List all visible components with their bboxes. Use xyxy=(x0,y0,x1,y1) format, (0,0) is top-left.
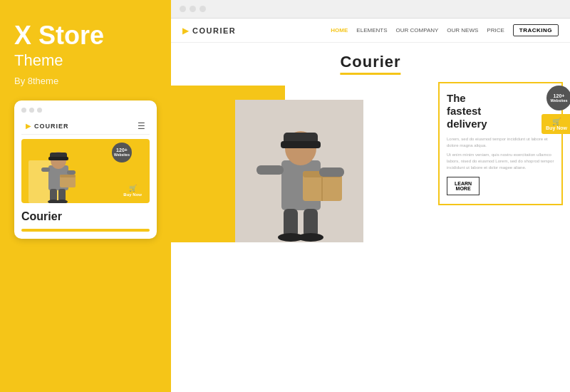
dot-2 xyxy=(29,108,34,113)
lorem-text-2: Ut enim minim veniam, quis nostru exerci… xyxy=(447,152,554,171)
mobile-footer-title: Courier xyxy=(21,207,150,226)
website-hero: Courier xyxy=(171,43,570,356)
dot-1 xyxy=(21,108,26,113)
nav-link-price[interactable]: PRICE xyxy=(487,27,504,33)
mobile-logo-area: ▶ COURIER xyxy=(26,122,69,130)
mobile-yellow-bar xyxy=(21,229,150,232)
app-by: By 8theme xyxy=(14,76,157,86)
buy-now-label: Buy Now xyxy=(123,192,142,197)
right-panel: ▶ COURIER HOME ELEMENTS OUR COMPANY OUR … xyxy=(171,0,570,392)
float-badge-120: 120+ Websites xyxy=(546,86,570,110)
float-buy-now-button[interactable]: 🛒 Buy Now xyxy=(542,114,570,134)
float-badge-label: Websites xyxy=(550,98,567,103)
courier-photo-area xyxy=(235,100,363,242)
website-logo-text: COURIER xyxy=(192,26,236,35)
mobile-nav: ▶ COURIER ☰ xyxy=(21,118,150,135)
mobile-buy-now-button[interactable]: 🛒 Buy Now xyxy=(119,182,146,200)
website-logo: ▶ COURIER xyxy=(182,26,236,36)
nav-link-elements[interactable]: ELEMENTS xyxy=(356,27,387,33)
courier-figure-svg xyxy=(34,140,81,203)
fastest-delivery-title: Thefastestdelivery xyxy=(447,92,554,130)
browser-dot-2 xyxy=(190,6,196,12)
float-buy-now-label: Buy Now xyxy=(546,125,567,130)
left-panel: X Store Theme By 8theme ▶ COURIER ☰ xyxy=(0,0,171,392)
mobile-dots xyxy=(21,108,150,113)
website-container: ▶ COURIER HOME ELEMENTS OUR COMPANY OUR … xyxy=(171,19,570,389)
mobile-hero-area: 120+ Websites 🛒 Buy Now xyxy=(21,139,150,203)
website-main-title: Courier xyxy=(340,53,400,75)
mobile-badge-120: 120+ Websites xyxy=(112,143,132,163)
svg-point-11 xyxy=(56,200,68,203)
svg-rect-16 xyxy=(281,141,321,148)
app-subtitle: Theme xyxy=(14,51,157,70)
mobile-logo-arrow-icon: ▶ xyxy=(26,122,31,130)
lorem-text-1: Lorem, sed do eiusmod tempor incididunt … xyxy=(447,136,554,149)
svg-rect-5 xyxy=(60,175,76,177)
mobile-logo-text: COURIER xyxy=(34,123,69,130)
courier-main-svg xyxy=(235,100,363,242)
courier-photo-bg xyxy=(235,100,363,242)
float-badge-number: 120+ xyxy=(554,93,565,99)
nav-link-company[interactable]: OUR COMPANY xyxy=(395,27,438,33)
float-cart-icon: 🛒 xyxy=(552,118,561,125)
cart-icon: 🛒 xyxy=(129,185,137,192)
website-nav: ▶ COURIER HOME ELEMENTS OUR COMPANY OUR … xyxy=(171,19,570,43)
dot-3 xyxy=(37,108,42,113)
svg-rect-3 xyxy=(48,157,68,160)
right-content-panel: Thefastestdelivery Lorem, sed do eiusmod… xyxy=(438,82,563,205)
browser-dot-1 xyxy=(180,6,186,12)
hamburger-icon[interactable]: ☰ xyxy=(138,121,145,131)
svg-rect-21 xyxy=(319,167,344,177)
nav-link-news[interactable]: OUR NEWS xyxy=(447,27,478,33)
browser-dot-3 xyxy=(200,6,206,12)
nav-link-home[interactable]: HOME xyxy=(331,27,348,33)
learn-more-button[interactable]: LEARNMORE xyxy=(447,177,480,195)
app-title: X Store xyxy=(14,21,157,50)
svg-rect-6 xyxy=(41,167,50,172)
website-logo-arrow-icon: ▶ xyxy=(182,26,189,36)
svg-rect-7 xyxy=(67,170,76,175)
svg-point-25 xyxy=(298,233,323,242)
badge-label: Websites xyxy=(114,153,130,158)
svg-rect-20 xyxy=(256,165,284,175)
mobile-preview-card: ▶ COURIER ☰ xyxy=(14,100,157,239)
browser-chrome xyxy=(171,0,570,19)
tracking-button[interactable]: TRACKING xyxy=(513,24,559,36)
website-nav-links: HOME ELEMENTS OUR COMPANY OUR NEWS PRICE… xyxy=(331,24,559,36)
